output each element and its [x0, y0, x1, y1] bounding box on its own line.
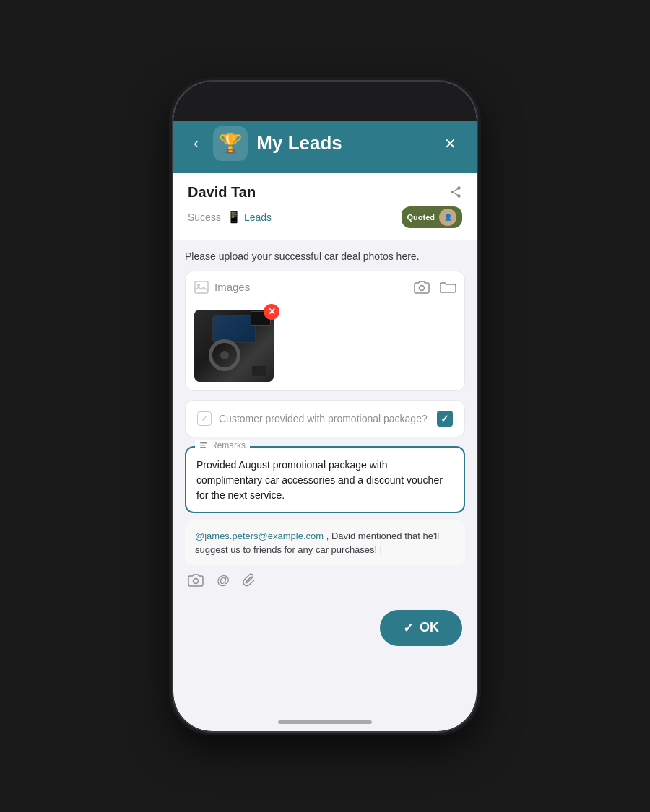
remarks-icon — [199, 441, 208, 450]
main-content: Please upload your successful car deal p… — [173, 240, 477, 598]
remove-image-button[interactable]: ✕ — [264, 304, 280, 320]
car-interior-visual — [194, 310, 274, 382]
share-icon[interactable] — [449, 185, 462, 198]
ok-label: OK — [420, 620, 439, 635]
leads-label: Leads — [244, 211, 272, 223]
image-placeholder-icon — [194, 281, 209, 294]
images-label: Images — [214, 281, 250, 293]
input-toolbar: @ — [185, 566, 465, 588]
trophy-icon: 🏆 — [213, 126, 248, 161]
status-bar: 10:10 WiF;📶 — [173, 82, 477, 119]
lead-name: David Tan — [188, 184, 256, 201]
phone-screen: 10:10 WiF;📶 ‹ 🏆 — [173, 82, 477, 731]
svg-line-3 — [453, 188, 459, 192]
app-header: ‹ 🏆 My Leads ✕ — [173, 119, 477, 173]
wifi-icon: WiF;📶 — [378, 102, 419, 113]
image-upload-box: Images — [185, 271, 465, 391]
camera-toolbar-icon[interactable] — [188, 573, 204, 588]
avatar: 👤 — [439, 209, 456, 226]
image-preview-area: ✕ — [194, 310, 456, 382]
back-button[interactable]: ‹ — [188, 133, 204, 154]
remarks-text: Provided August promotional package with… — [196, 458, 454, 503]
phone-shell: 10:10 WiF;📶 ‹ 🏆 — [173, 82, 477, 731]
promo-checkbox-row[interactable]: ✓ Customer provided with promotional pac… — [185, 400, 465, 437]
svg-line-4 — [453, 192, 459, 196]
mention-email: @james.peters@example.com — [195, 531, 324, 541]
remarks-label: Remarks — [195, 440, 250, 450]
upload-box-header: Images — [194, 280, 456, 302]
car-image — [194, 310, 274, 382]
remarks-section: Remarks Provided August promotional pack… — [185, 446, 465, 513]
notch — [278, 82, 372, 105]
close-button[interactable]: ✕ — [438, 132, 462, 155]
leads-phone-icon: 📱 — [227, 210, 241, 224]
mention-text: @james.peters@example.com , David mentio… — [195, 529, 455, 557]
leads-badge: 📱 Leads — [227, 210, 272, 224]
lead-status-text: Sucess — [188, 211, 221, 223]
status-time: 10:10 — [195, 101, 222, 113]
wifi-icon — [422, 103, 434, 112]
lead-status-row: Sucess 📱 Leads Quoted 👤 — [188, 206, 462, 228]
checkbox-label: Customer provided with promotional packa… — [219, 413, 428, 424]
ok-button-area: ✓ OK — [173, 598, 477, 663]
status-icons: WiF;📶 — [362, 102, 455, 113]
ok-button[interactable]: ✓ OK — [380, 610, 462, 646]
home-indicator — [278, 720, 372, 724]
svg-rect-10 — [200, 447, 206, 448]
upload-actions — [414, 280, 456, 294]
svg-rect-8 — [200, 442, 207, 444]
attachment-toolbar-icon[interactable] — [243, 573, 257, 588]
image-thumbnail: ✕ — [194, 310, 274, 382]
checkbox-left: ✓ Customer provided with promotional pac… — [197, 411, 428, 426]
camera-upload-icon[interactable] — [414, 280, 430, 294]
lead-header-row: David Tan — [188, 184, 462, 201]
upload-prompt: Please upload your successful car deal p… — [185, 250, 465, 262]
page-title: My Leads — [256, 132, 430, 154]
mention-toolbar-icon[interactable]: @ — [217, 573, 230, 588]
svg-point-7 — [420, 285, 425, 290]
images-label-wrap: Images — [194, 281, 250, 294]
checkbox-checked-icon[interactable]: ✓ — [437, 411, 453, 427]
svg-point-6 — [197, 284, 200, 287]
svg-rect-5 — [195, 281, 208, 293]
svg-point-11 — [194, 578, 199, 583]
battery-icon — [438, 103, 455, 112]
mention-section: @james.peters@example.com , David mentio… — [185, 520, 465, 566]
folder-upload-icon[interactable] — [440, 280, 456, 293]
checkbox-outline-icon: ✓ — [197, 411, 212, 426]
lead-info-section: David Tan Sucess 📱 Leads Quoted 👤 — [173, 173, 477, 240]
quoted-badge: Quoted 👤 — [402, 206, 463, 228]
svg-rect-9 — [200, 445, 205, 446]
ok-checkmark: ✓ — [403, 620, 414, 636]
signal-icon — [362, 103, 375, 112]
